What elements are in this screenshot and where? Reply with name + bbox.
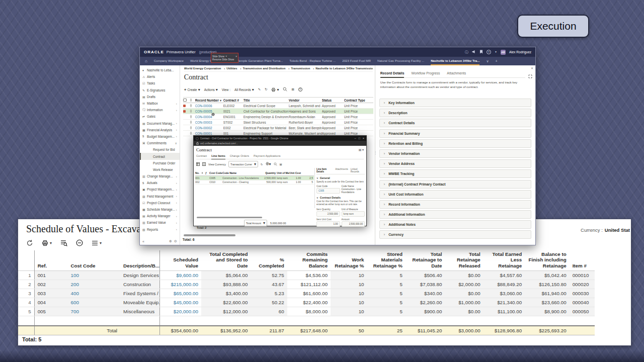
title-header[interactable]: Title [244,99,289,102]
uom-header[interactable]: Unit of Measure [277,172,289,175]
cost-code-field[interactable]: C005 [316,188,340,194]
accordion-section[interactable]: MWBE Tracking [379,169,531,178]
select-all-icon[interactable] [183,99,187,102]
sidebar-item[interactable]: ▨ Field Management › [140,193,180,200]
sidebar-item[interactable]: ▤ Activity Manager › [140,213,180,219]
sov-header-pct-completed[interactable]: % Completed [251,250,287,270]
notifications-icon[interactable]: ⓘ [465,50,468,54]
accordion-section[interactable]: Additional Information [379,210,531,219]
search-icon[interactable] [283,87,287,92]
announcements-icon[interactable] [472,50,476,54]
sov-header-cost-code[interactable]: Cost Code [68,250,121,270]
breadcrumb-item[interactable]: World Energy Corporation [184,67,225,70]
breadcrumb-item[interactable]: Utilities [226,67,241,70]
popup-address-bar[interactable]: us1.unifiersales.oraclecloud.com/... [194,141,366,146]
minimize-icon[interactable]: – [354,137,356,140]
general-section-header[interactable]: General [316,176,365,179]
sov-header-work-retainage[interactable]: Work Retainage % [331,250,367,270]
uom-field[interactable]: lump sum [342,211,365,217]
sidebar-item[interactable]: ▦ Financial Analysis › [140,127,180,133]
sov-header-commits-remaining[interactable]: Commits Remaining Balance [287,250,331,270]
sidebar-item[interactable]: Request for Bid [140,146,180,153]
line-item-row[interactable]: 001 C005 Construction - Line Foundations… [195,176,314,180]
horizontal-scrollbar[interactable] [184,234,235,236]
quantity-header[interactable]: Quantity [261,172,277,175]
contract-row[interactable]: CON-00002 E002 Electrical Package for Ma… [183,125,373,131]
row-gear-icon[interactable] [211,109,215,118]
popup-tab[interactable]: Line Items [211,154,225,159]
code-name-header[interactable]: Code Name [222,172,261,175]
sidebar-item[interactable]: Work Release [140,166,180,173]
sov-header-stored-materials[interactable]: Stored Materials Retainage % [367,250,406,270]
no-header[interactable]: No. [195,172,202,175]
project-tab[interactable]: Natural Gas Processing Facility ... [377,57,424,65]
sidebar-item[interactable]: ▧ Reports › [140,226,180,233]
status-header[interactable]: Status [322,99,344,102]
help-circle-icon[interactable]: ? [298,87,302,92]
sidebar-item[interactable]: ☑ Tasks [140,80,180,86]
sidebar-item[interactable]: $ Budget Managem... › [140,133,180,140]
create-button[interactable]: +Create [184,87,200,92]
cost-code-link[interactable]: 400 [68,289,121,298]
bookmark-icon[interactable] [479,50,483,54]
panel-resize-handle[interactable]: ⋮ [374,151,377,155]
sov-header-ref[interactable]: Ref. [34,250,67,270]
popup-tab[interactable]: Contract [196,154,207,157]
breadcrumb-item[interactable]: Transmission and Distribution [243,67,290,70]
accordion-section[interactable]: Record Information [379,200,531,209]
add-tab-icon[interactable]: + [496,59,498,63]
line-item-details-tab[interactable]: Linked Records [351,168,365,173]
breadcrumb-item[interactable]: Transmission [291,67,314,70]
sidebar-item[interactable]: ☑ Project Closeout › [140,200,180,206]
popup-refresh-icon[interactable]: ↻ [261,163,263,166]
sidebar-item[interactable]: Contract [140,153,180,159]
close-icon[interactable]: × [363,137,364,140]
sov-header-description[interactable]: Description/B... [120,250,159,270]
sov-header-balance-to-finish[interactable]: Balance to Finish including Retainage [525,250,569,270]
contract-type-header[interactable]: Contract Type [344,99,373,102]
split-view-icon[interactable] [202,162,206,166]
sov-row[interactable]: 2 002 200 Construction $215,000.00 $93,8… [18,280,595,289]
record-number-cell[interactable]: CON-00005 [195,110,223,113]
edit-icon[interactable]: ✎ [258,87,261,92]
help-icon[interactable]: ? [487,50,491,54]
currency-selector[interactable]: Transaction Currer [228,161,258,167]
item-unit-cost-field[interactable]: 1.00 [316,221,340,227]
maximize-icon[interactable]: □ [358,137,360,140]
record-details-tab[interactable]: Workflow Progress [411,71,440,75]
grid-options-icon[interactable]: ⊞ [291,87,294,92]
slideshow-caret-icon[interactable]: ▼ [225,55,227,57]
scheduled-value-cell[interactable]: $9,600.00 [159,270,201,280]
cost-code-link[interactable]: 100 [68,270,121,280]
project-tab[interactable]: Company Workspace [154,57,184,65]
record-number-cell[interactable]: CON-00002 [195,126,223,130]
accordion-section[interactable]: Key Information [379,99,531,107]
print-icon[interactable] [271,87,279,92]
sidebar-item[interactable]: ⚠ Alerts [140,73,180,80]
collapse-rows-button[interactable] [76,239,83,246]
popup-print-icon[interactable] [266,162,271,166]
sov-row[interactable]: 4 004 600 Moveable Equip... $45,000.00 $… [18,298,595,307]
sidebar-item[interactable]: $ Actuals › [140,179,180,186]
accordion-section[interactable]: Financial Summary [379,129,531,138]
sov-header-scheduled-value[interactable]: Scheduled Value [159,250,201,270]
popup-view-menu-icon[interactable]: ▤ ▾ [359,148,364,151]
accordion-section[interactable]: (Internal) Contract Primary Contact [379,180,531,189]
sov-row[interactable]: 5 005 700 Miscellaneous $20,000.00 $12,0… [18,307,595,316]
record-details-tab[interactable]: Record Details [380,71,405,78]
accordion-section[interactable]: Unit Cost Information [379,190,531,199]
home-icon[interactable]: ⌂ [145,59,147,63]
scheduled-value-cell[interactable]: $65,000.00 [159,289,201,298]
sidebar-item[interactable]: ⌘ Commitments ∨ [140,140,180,146]
sidebar-item[interactable]: ♦ Nashville to Leba... [140,67,180,73]
sov-header-total-completed[interactable]: Total Completed and Stored to Date [201,250,251,270]
project-tab[interactable]: Nashville to Lebanon 345kv Tra... [431,57,479,65]
vendor-header[interactable]: Vendor [289,99,322,102]
view-selector[interactable]: All Records [234,87,254,92]
sidebar-item[interactable]: Purchase Order [140,160,180,166]
accordion-section[interactable]: Contract Details [379,119,531,127]
amount-field[interactable]: 2,500,000.00 [342,221,365,227]
scheduled-value-cell[interactable]: $215,000.00 [159,280,201,289]
cost-code-link[interactable]: 200 [68,280,121,289]
accordion-section[interactable]: Description [379,109,531,117]
